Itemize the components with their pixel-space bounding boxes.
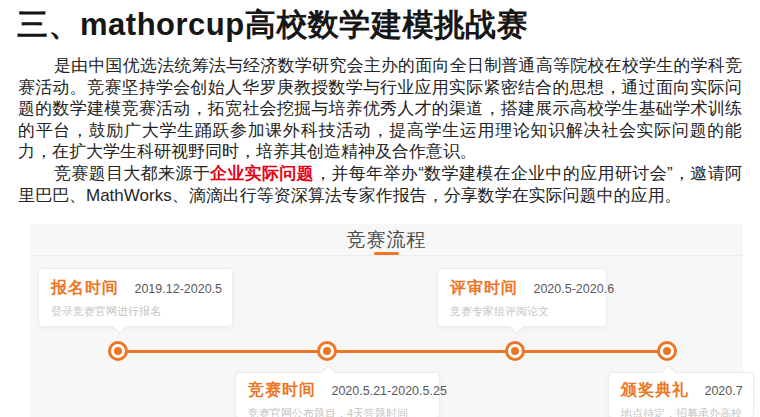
timeline-node-2 [317, 341, 337, 361]
step-card-competition: 竞赛时间 2020.5.21-2020.5.25 竞赛官网公布题目，4天答题时间 [235, 372, 440, 417]
step-card-header: 报名时间 2019.12-2020.5 [39, 269, 232, 299]
page-title: 三、mathorcup高校数学建模挑战赛 [17, 4, 528, 46]
process-section: 竞赛流程 报名时间 2019.12-2020.5 登录竞赛官网进行报名 评审时间… [30, 224, 743, 417]
step-card-header: 竞赛时间 2020.5.21-2020.5.25 [236, 373, 439, 401]
timeline-node-4 [657, 341, 677, 361]
timeline-node-3 [505, 341, 525, 361]
step-date: 2020.5.21-2020.5.25 [331, 384, 446, 398]
step-date: 2020.7 [704, 384, 742, 398]
step-card-registration: 报名时间 2019.12-2020.5 登录竞赛官网进行报名 [38, 268, 233, 327]
section-divider [30, 255, 743, 256]
accent-underline [374, 252, 399, 255]
intro-paragraph: 是由中国优选法统筹法与经济数学研究会主办的面向全日制普通高等院校在校学生的学科竞… [18, 55, 742, 163]
process-section-title: 竞赛流程 [30, 228, 743, 252]
step-desc: 竞赛专家组评阅论文 [438, 304, 606, 319]
step-title: 评审时间 [450, 278, 518, 299]
highlight-text: 企业实际问题 [210, 164, 314, 183]
step-card-review: 评审时间 2020.5-2020.6 竞赛专家组评阅论文 [437, 268, 607, 327]
step-card-header: 评审时间 2020.5-2020.6 [438, 269, 606, 299]
step-card-award: 颁奖典礼 2020.7 地点待定，招募承办高校 [608, 372, 754, 417]
timeline-node-1 [108, 341, 128, 361]
step-title: 报名时间 [51, 278, 119, 299]
step-date: 2019.12-2020.5 [134, 282, 222, 296]
step-title: 竞赛时间 [248, 380, 316, 401]
intro-text: 是由中国优选法统筹法与经济数学研究会主办的面向全日制普通高等院校在校学生的学科竞… [18, 55, 742, 206]
timeline-line [116, 350, 669, 353]
card-pointer [509, 319, 525, 335]
step-desc: 地点待定，招募承办高校 [609, 406, 753, 417]
card-pointer [112, 319, 128, 335]
page: 三、mathorcup高校数学建模挑战赛 是由中国优选法统筹法与经济数学研究会主… [0, 0, 760, 417]
topics-text-before: 竞赛题目大都来源于 [54, 164, 210, 183]
step-desc: 登录竞赛官网进行报名 [39, 304, 232, 319]
step-card-header: 颁奖典礼 2020.7 [609, 373, 753, 401]
topics-paragraph: 竞赛题目大都来源于企业实际问题，并每年举办“数学建模在企业中的应用研讨会”，邀请… [18, 163, 742, 206]
intro-paragraph-text: 是由中国优选法统筹法与经济数学研究会主办的面向全日制普通高等院校在校学生的学科竞… [18, 56, 742, 161]
step-date: 2020.5-2020.6 [533, 282, 614, 296]
step-title: 颁奖典礼 [621, 380, 689, 401]
step-desc: 竞赛官网公布题目，4天答题时间 [236, 406, 439, 417]
